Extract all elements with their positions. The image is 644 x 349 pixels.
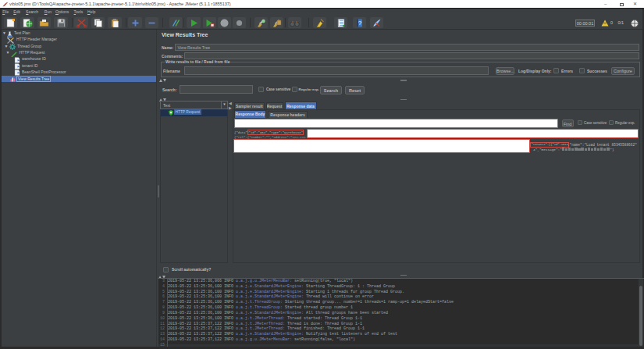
svg-text:?: ? xyxy=(358,20,362,27)
